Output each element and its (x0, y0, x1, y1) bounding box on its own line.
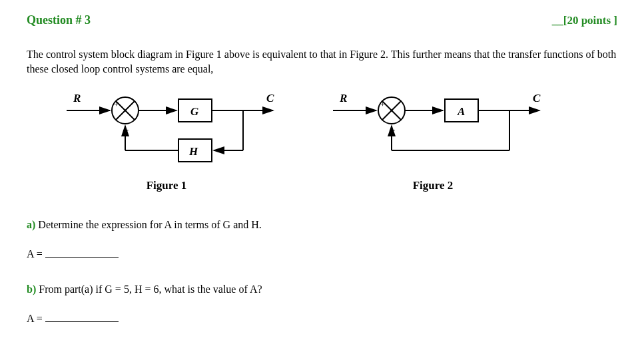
question-intro: The control system block diagram in Figu… (27, 47, 617, 77)
figure-2-block: R + _ A C Figure 2 (313, 87, 553, 192)
label-C: C (266, 92, 274, 104)
plus-sign-2: + (380, 99, 385, 109)
figure-1-diagram: R + _ G C H (47, 87, 286, 174)
part-a-letter: a) (27, 219, 35, 230)
part-a-text: Determine the expression for A in terms … (35, 219, 261, 230)
question-title: Question # 3 (27, 13, 91, 27)
label-R2: R (339, 92, 347, 104)
part-b-text: From part(a) if G = 5, H = 6, what is th… (36, 283, 262, 295)
figure-1-label: Figure 1 (147, 179, 187, 192)
part-a: a) Determine the expression for A in ter… (27, 219, 617, 231)
question-points: __[20 points ] (552, 14, 617, 27)
blank-b (45, 312, 119, 322)
plus-sign: + (114, 99, 119, 109)
figure-1-block: R + _ G C H (47, 87, 286, 192)
blank-a (45, 248, 119, 258)
label-G: G (190, 105, 199, 118)
part-a-answer: A = (27, 248, 617, 260)
figure-2-label: Figure 2 (413, 179, 454, 192)
figure-2-diagram: R + _ A C (313, 87, 553, 174)
label-R: R (73, 92, 81, 104)
part-b-letter: b) (27, 283, 36, 295)
part-b: b) From part(a) if G = 5, H = 6, what is… (27, 283, 617, 295)
figures-row: R + _ G C H (27, 87, 617, 192)
part-b-answer: A = (27, 312, 617, 325)
label-C2: C (533, 92, 541, 104)
question-header: Question # 3 __[20 points ] (27, 13, 617, 27)
label-H: H (188, 145, 198, 158)
label-A: A (457, 105, 465, 118)
